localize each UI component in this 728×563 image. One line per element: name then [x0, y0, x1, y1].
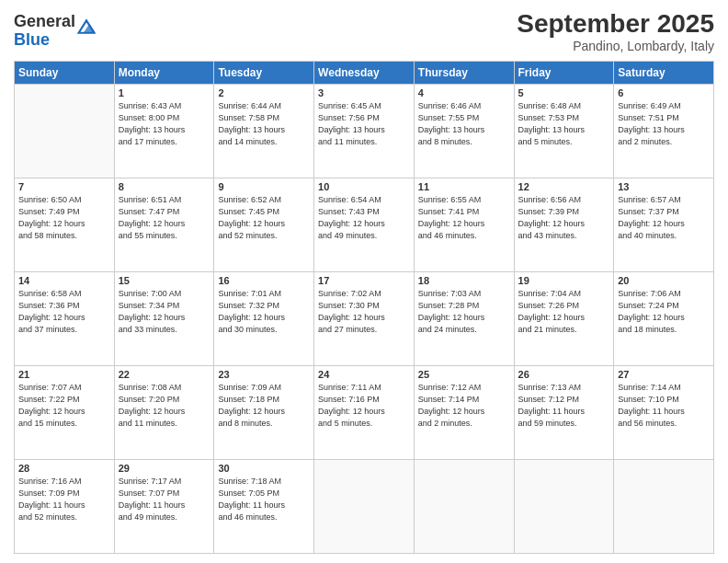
- day-number: 8: [119, 181, 210, 192]
- day-number: 13: [618, 181, 710, 192]
- day-info: Sunrise: 6:56 AM Sunset: 7:39 PM Dayligh…: [518, 194, 610, 242]
- day-info: Sunrise: 6:49 AM Sunset: 7:51 PM Dayligh…: [618, 100, 710, 148]
- weekday-monday: Monday: [114, 62, 214, 85]
- weekday-sunday: Sunday: [15, 62, 115, 85]
- day-cell: 25Sunrise: 7:12 AM Sunset: 7:14 PM Dayli…: [414, 366, 514, 460]
- day-info: Sunrise: 6:57 AM Sunset: 7:37 PM Dayligh…: [618, 194, 710, 242]
- day-info: Sunrise: 6:44 AM Sunset: 7:58 PM Dayligh…: [218, 100, 310, 148]
- day-info: Sunrise: 7:07 AM Sunset: 7:22 PM Dayligh…: [18, 382, 110, 430]
- month-title: September 2025: [517, 9, 714, 39]
- week-row-3: 14Sunrise: 6:58 AM Sunset: 7:36 PM Dayli…: [15, 272, 714, 366]
- week-row-5: 28Sunrise: 7:16 AM Sunset: 7:09 PM Dayli…: [15, 460, 714, 554]
- day-number: 22: [119, 369, 210, 380]
- day-number: 29: [119, 463, 210, 474]
- day-cell: 2Sunrise: 6:44 AM Sunset: 7:58 PM Daylig…: [214, 85, 314, 178]
- day-cell: 29Sunrise: 7:17 AM Sunset: 7:07 PM Dayli…: [114, 460, 214, 554]
- day-number: 1: [119, 87, 210, 98]
- week-row-1: 1Sunrise: 6:43 AM Sunset: 8:00 PM Daylig…: [15, 85, 714, 178]
- day-number: 12: [518, 181, 610, 192]
- day-info: Sunrise: 6:46 AM Sunset: 7:55 PM Dayligh…: [418, 100, 510, 148]
- day-info: Sunrise: 6:58 AM Sunset: 7:36 PM Dayligh…: [18, 288, 110, 336]
- day-info: Sunrise: 7:12 AM Sunset: 7:14 PM Dayligh…: [418, 382, 510, 430]
- day-number: 21: [18, 369, 110, 380]
- day-cell: [514, 460, 614, 554]
- day-cell: 27Sunrise: 7:14 AM Sunset: 7:10 PM Dayli…: [614, 366, 714, 460]
- day-cell: 6Sunrise: 6:49 AM Sunset: 7:51 PM Daylig…: [614, 85, 714, 178]
- calendar-table: SundayMondayTuesdayWednesdayThursdayFrid…: [14, 61, 714, 554]
- day-cell: 16Sunrise: 7:01 AM Sunset: 7:32 PM Dayli…: [214, 272, 314, 366]
- day-cell: 1Sunrise: 6:43 AM Sunset: 8:00 PM Daylig…: [114, 85, 214, 178]
- day-cell: 20Sunrise: 7:06 AM Sunset: 7:24 PM Dayli…: [614, 272, 714, 366]
- day-info: Sunrise: 7:02 AM Sunset: 7:30 PM Dayligh…: [318, 288, 410, 336]
- day-number: 4: [418, 87, 510, 98]
- day-cell: 26Sunrise: 7:13 AM Sunset: 7:12 PM Dayli…: [514, 366, 614, 460]
- weekday-friday: Friday: [514, 62, 614, 85]
- day-cell: [15, 85, 115, 178]
- day-cell: [414, 460, 514, 554]
- day-cell: 10Sunrise: 6:54 AM Sunset: 7:43 PM Dayli…: [314, 178, 415, 272]
- day-number: 7: [18, 181, 110, 192]
- day-info: Sunrise: 6:50 AM Sunset: 7:49 PM Dayligh…: [18, 194, 110, 242]
- title-block: September 2025 Pandino, Lombardy, Italy: [517, 9, 714, 53]
- day-cell: 30Sunrise: 7:18 AM Sunset: 7:05 PM Dayli…: [214, 460, 314, 554]
- day-info: Sunrise: 6:51 AM Sunset: 7:47 PM Dayligh…: [119, 194, 210, 242]
- day-number: 18: [418, 275, 510, 286]
- day-info: Sunrise: 7:04 AM Sunset: 7:26 PM Dayligh…: [518, 288, 610, 336]
- day-number: 3: [318, 87, 410, 98]
- day-number: 26: [518, 369, 610, 380]
- day-number: 23: [218, 369, 310, 380]
- day-cell: 24Sunrise: 7:11 AM Sunset: 7:16 PM Dayli…: [314, 366, 415, 460]
- calendar-page: General Blue September 2025 Pandino, Lom…: [0, 0, 728, 563]
- day-cell: 7Sunrise: 6:50 AM Sunset: 7:49 PM Daylig…: [15, 178, 115, 272]
- day-cell: 13Sunrise: 6:57 AM Sunset: 7:37 PM Dayli…: [614, 178, 714, 272]
- weekday-wednesday: Wednesday: [314, 62, 415, 85]
- day-info: Sunrise: 7:16 AM Sunset: 7:09 PM Dayligh…: [18, 476, 110, 523]
- day-cell: 18Sunrise: 7:03 AM Sunset: 7:28 PM Dayli…: [414, 272, 514, 366]
- location: Pandino, Lombardy, Italy: [517, 39, 714, 53]
- logo-text: General Blue: [14, 13, 75, 50]
- day-number: 20: [618, 275, 710, 286]
- day-number: 27: [618, 369, 710, 380]
- day-info: Sunrise: 7:01 AM Sunset: 7:32 PM Dayligh…: [218, 288, 310, 336]
- day-info: Sunrise: 6:43 AM Sunset: 8:00 PM Dayligh…: [119, 100, 210, 148]
- day-cell: [314, 460, 415, 554]
- day-info: Sunrise: 7:18 AM Sunset: 7:05 PM Dayligh…: [218, 476, 310, 523]
- day-info: Sunrise: 6:52 AM Sunset: 7:45 PM Dayligh…: [218, 194, 310, 242]
- day-number: 9: [218, 181, 310, 192]
- day-cell: [614, 460, 714, 554]
- day-number: 24: [318, 369, 410, 380]
- logo-blue: Blue: [14, 31, 75, 50]
- day-cell: 9Sunrise: 6:52 AM Sunset: 7:45 PM Daylig…: [214, 178, 314, 272]
- day-number: 6: [618, 87, 710, 98]
- day-info: Sunrise: 7:03 AM Sunset: 7:28 PM Dayligh…: [418, 288, 510, 336]
- day-cell: 23Sunrise: 7:09 AM Sunset: 7:18 PM Dayli…: [214, 366, 314, 460]
- day-cell: 21Sunrise: 7:07 AM Sunset: 7:22 PM Dayli…: [15, 366, 115, 460]
- day-info: Sunrise: 7:13 AM Sunset: 7:12 PM Dayligh…: [518, 382, 610, 430]
- day-cell: 12Sunrise: 6:56 AM Sunset: 7:39 PM Dayli…: [514, 178, 614, 272]
- day-cell: 19Sunrise: 7:04 AM Sunset: 7:26 PM Dayli…: [514, 272, 614, 366]
- day-cell: 3Sunrise: 6:45 AM Sunset: 7:56 PM Daylig…: [314, 85, 415, 178]
- day-cell: 14Sunrise: 6:58 AM Sunset: 7:36 PM Dayli…: [15, 272, 115, 366]
- weekday-tuesday: Tuesday: [214, 62, 314, 85]
- day-cell: 17Sunrise: 7:02 AM Sunset: 7:30 PM Dayli…: [314, 272, 415, 366]
- day-info: Sunrise: 7:09 AM Sunset: 7:18 PM Dayligh…: [218, 382, 310, 430]
- day-info: Sunrise: 7:17 AM Sunset: 7:07 PM Dayligh…: [119, 476, 210, 523]
- day-number: 25: [418, 369, 510, 380]
- header: General Blue September 2025 Pandino, Lom…: [14, 9, 714, 53]
- svg-marker-1: [84, 23, 96, 32]
- day-number: 14: [18, 275, 110, 286]
- day-number: 28: [18, 463, 110, 474]
- day-number: 19: [518, 275, 610, 286]
- logo-icon: [77, 17, 96, 36]
- week-row-4: 21Sunrise: 7:07 AM Sunset: 7:22 PM Dayli…: [15, 366, 714, 460]
- day-number: 15: [119, 275, 210, 286]
- day-info: Sunrise: 6:54 AM Sunset: 7:43 PM Dayligh…: [318, 194, 410, 242]
- day-info: Sunrise: 7:08 AM Sunset: 7:20 PM Dayligh…: [119, 382, 210, 430]
- day-cell: 28Sunrise: 7:16 AM Sunset: 7:09 PM Dayli…: [15, 460, 115, 554]
- day-cell: 8Sunrise: 6:51 AM Sunset: 7:47 PM Daylig…: [114, 178, 214, 272]
- day-cell: 5Sunrise: 6:48 AM Sunset: 7:53 PM Daylig…: [514, 85, 614, 178]
- day-info: Sunrise: 7:14 AM Sunset: 7:10 PM Dayligh…: [618, 382, 710, 430]
- day-info: Sunrise: 7:06 AM Sunset: 7:24 PM Dayligh…: [618, 288, 710, 336]
- weekday-saturday: Saturday: [614, 62, 714, 85]
- day-number: 2: [218, 87, 310, 98]
